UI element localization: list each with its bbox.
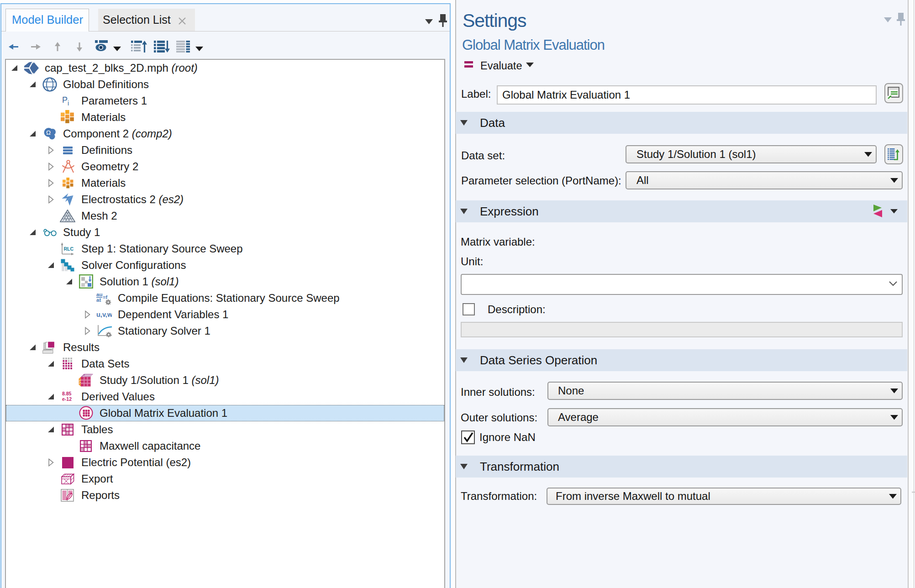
svg-text:RLC: RLC — [64, 246, 74, 252]
svg-text:e-12: e-12 — [62, 396, 72, 402]
svg-text:i: i — [68, 100, 69, 107]
svg-text:au: au — [96, 292, 102, 297]
svg-text:at: at — [96, 297, 101, 303]
svg-text:Ω: Ω — [46, 129, 51, 136]
svg-text:=f: =f — [103, 294, 107, 300]
svg-text:u,v,w: u,v,w — [96, 311, 112, 318]
svg-text:8.85: 8.85 — [62, 391, 72, 396]
svg-text:P: P — [62, 95, 68, 105]
